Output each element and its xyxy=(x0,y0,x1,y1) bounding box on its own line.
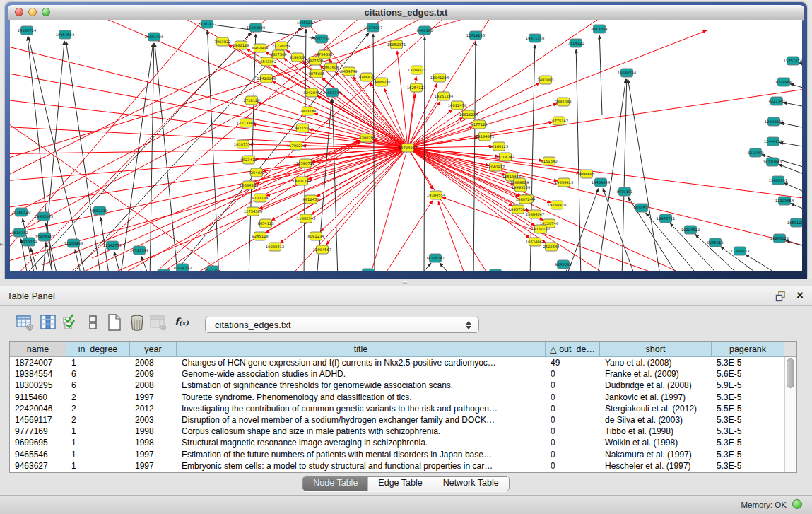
network-node[interactable]: 16941234 xyxy=(430,74,449,82)
network-node[interactable]: 8960128 xyxy=(233,41,249,49)
network-node[interactable]: 12093832 xyxy=(765,117,783,126)
network-node[interactable]: 9912456 xyxy=(302,195,319,204)
network-node[interactable]: 8427552 xyxy=(294,124,310,132)
network-node[interactable]: 10024712 xyxy=(173,264,192,271)
network-edge[interactable] xyxy=(597,79,626,271)
network-edge[interactable] xyxy=(779,142,802,149)
network-node[interactable]: 8912934 xyxy=(252,44,269,52)
network-node[interactable]: 9227343 xyxy=(768,97,784,105)
table-row[interactable]: 969969511998Structural magnetic resonanc… xyxy=(10,437,796,448)
network-edge[interactable] xyxy=(408,146,493,148)
network-edge[interactable] xyxy=(413,263,431,271)
network-node[interactable]: 9862310 xyxy=(91,206,107,215)
network-node[interactable]: 12160123 xyxy=(490,142,508,151)
network-view-canvas[interactable]: 2405572419054563208914061830143216033809… xyxy=(10,20,802,271)
column-header-out_de[interactable]: △ out_de… xyxy=(546,342,600,357)
network-node[interactable]: 11892345 xyxy=(297,214,315,223)
network-node[interactable]: 2485083 xyxy=(555,98,571,106)
table-row[interactable]: 1830029562008Estimation of significance … xyxy=(10,380,796,391)
network-node[interactable]: 2522544 xyxy=(543,243,560,251)
vertical-scrollbar[interactable] xyxy=(784,357,796,472)
new-document-icon[interactable] xyxy=(105,313,124,332)
network-node[interactable]: 17334263 xyxy=(486,269,505,271)
network-node[interactable]: 24055724 xyxy=(18,26,37,35)
network-edge[interactable] xyxy=(438,201,466,271)
network-node[interactable]: 19862045 xyxy=(35,212,53,221)
network-node[interactable]: 7483083 xyxy=(537,76,553,84)
network-edge[interactable] xyxy=(397,51,408,148)
network-node[interactable]: 9571302 xyxy=(204,266,220,271)
scrollbar-thumb[interactable] xyxy=(787,358,794,388)
network-node[interactable]: 8186328 xyxy=(289,53,305,62)
network-node[interactable]: 16251234 xyxy=(435,92,454,100)
network-edge[interactable] xyxy=(252,124,408,148)
network-edge[interactable] xyxy=(141,256,150,271)
network-node[interactable]: 9875685 xyxy=(308,69,324,78)
network-node[interactable]: 14409344 xyxy=(592,178,611,187)
network-node[interactable]: 9245128 xyxy=(252,232,268,240)
network-node[interactable]: 8813054 xyxy=(591,25,608,33)
network-edge[interactable] xyxy=(746,255,786,271)
column-header-title[interactable]: title xyxy=(177,342,546,357)
network-node[interactable]: 16816234 xyxy=(459,110,478,119)
network-node[interactable]: 15276027 xyxy=(364,23,382,32)
tab-node-table[interactable]: Node Table xyxy=(303,477,368,491)
network-node[interactable]: 19654923 xyxy=(555,178,573,187)
column-header-short[interactable]: short xyxy=(600,342,712,357)
network-node[interactable]: 18524861 xyxy=(526,238,544,246)
network-node[interactable]: 18301244 xyxy=(293,177,312,185)
network-node[interactable]: 19756928 xyxy=(548,201,566,209)
network-node[interactable]: 18775167 xyxy=(550,117,568,125)
network-node[interactable]: 16038412 xyxy=(266,243,284,251)
trash-icon[interactable] xyxy=(128,313,146,332)
network-node[interactable]: 10590712 xyxy=(296,159,314,168)
network-node[interactable]: 15751074 xyxy=(784,57,802,65)
network-node[interactable]: 16945721 xyxy=(657,214,675,223)
network-node[interactable]: 11245033 xyxy=(731,247,749,255)
network-node[interactable]: 14513349 xyxy=(130,246,148,255)
network-node[interactable]: 12444158 xyxy=(764,137,782,146)
tab-edge-table[interactable]: Edge Table xyxy=(368,477,433,491)
network-edge[interactable] xyxy=(408,148,707,271)
network-edge[interactable] xyxy=(440,263,458,271)
column-header-year[interactable]: year xyxy=(130,342,177,357)
tab-network-table[interactable]: Network Table xyxy=(433,477,509,491)
network-edge[interactable] xyxy=(266,148,408,196)
network-node[interactable]: 9810533 xyxy=(633,204,649,212)
network-node[interactable]: 16648784 xyxy=(618,69,637,77)
table-row[interactable]: 1872400712008Changes of HCN gene express… xyxy=(10,357,796,368)
network-node[interactable]: 16104741 xyxy=(496,153,514,161)
network-node[interactable]: 13204521 xyxy=(408,66,426,74)
network-edge[interactable] xyxy=(603,188,636,271)
network-node[interactable]: 9810342 xyxy=(11,228,28,237)
network-node[interactable]: 8466160 xyxy=(416,26,433,35)
network-node[interactable]: 10719155 xyxy=(466,31,485,40)
panel-splitter[interactable] xyxy=(0,279,812,286)
table-row[interactable]: 2242004622012Investigating the contribut… xyxy=(10,403,796,414)
column-header-name[interactable]: name xyxy=(10,342,66,357)
show-columns-icon[interactable] xyxy=(39,313,57,332)
network-node[interactable]: 2718126 xyxy=(243,96,259,105)
network-edge[interactable] xyxy=(155,43,178,271)
network-node[interactable]: 9898685 xyxy=(578,170,594,178)
network-node[interactable]: 16210643 xyxy=(763,158,782,166)
table-mode-icon[interactable] xyxy=(16,313,34,332)
network-edge[interactable] xyxy=(566,270,574,271)
network-node[interactable]: 10591276 xyxy=(787,218,802,227)
network-node[interactable]: 8215958 xyxy=(747,148,763,157)
table-row[interactable]: 911546021997Tourette syndrome. Phenomeno… xyxy=(10,392,796,403)
network-node[interactable]: 10224512 xyxy=(681,226,700,234)
network-node[interactable]: 12142757 xyxy=(103,241,122,250)
network-node[interactable]: 14136141 xyxy=(426,254,445,262)
network-node[interactable]: 16033809 xyxy=(247,23,265,32)
network-edge[interactable] xyxy=(66,41,101,271)
network-edge[interactable] xyxy=(408,30,707,148)
network-edge[interactable] xyxy=(599,35,602,115)
unstack-rows-icon[interactable] xyxy=(84,313,102,332)
network-edge[interactable] xyxy=(150,43,154,271)
column-header-in_degree[interactable]: in_degree xyxy=(66,342,130,357)
network-window-titlebar[interactable]: citations_edges.txt xyxy=(8,5,804,21)
network-node[interactable]: 8357224 xyxy=(313,35,330,43)
network-edge[interactable] xyxy=(790,203,802,216)
network-node[interactable]: 16012456 xyxy=(448,101,466,110)
